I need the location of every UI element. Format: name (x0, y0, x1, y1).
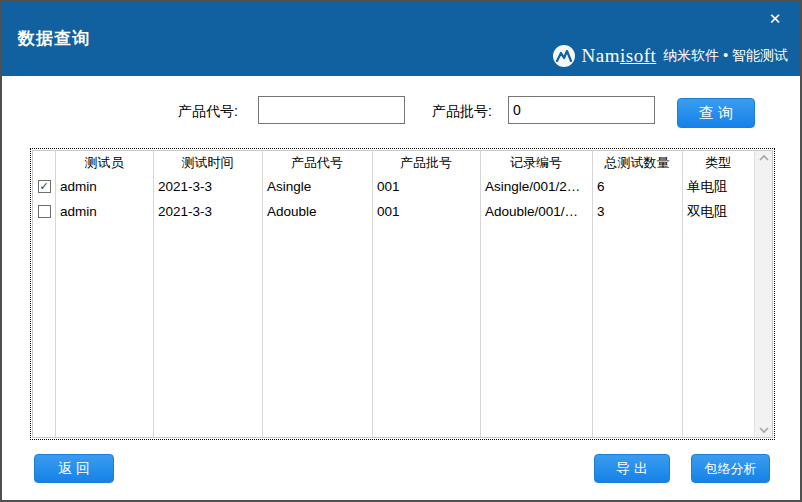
table-cell: Adouble (262, 204, 372, 219)
table-cell: admin (55, 179, 153, 194)
export-button[interactable]: 导 出 (594, 454, 670, 483)
table-cell: admin (55, 204, 153, 219)
product-batch-label: 产品批号: (432, 103, 492, 121)
scroll-up-icon[interactable] (759, 154, 769, 162)
product-code-input[interactable] (258, 96, 405, 124)
brand-tagline: 纳米软件 • 智能测试 (663, 47, 788, 65)
table-cell: 双电阻 (682, 203, 754, 221)
scroll-down-icon[interactable] (759, 426, 769, 434)
table-cell: 001 (372, 179, 480, 194)
row-checkbox-checked[interactable]: ✓ (38, 180, 51, 193)
column-header[interactable]: 产品批号 (372, 154, 480, 172)
window-title: 数据查询 (18, 27, 90, 50)
table-cell: 3 (592, 204, 682, 219)
results-table: 测试员测试时间产品代号产品批号记录编号总测试数量类型✓admin2021-3-3… (30, 148, 775, 440)
column-header[interactable]: 产品代号 (262, 154, 372, 172)
table-cell: 6 (592, 179, 682, 194)
table-row[interactable]: ✓admin2021-3-3Asingle001Asingle/001/2…6单… (33, 174, 754, 199)
product-batch-input[interactable] (508, 96, 655, 124)
table-cell: Adouble/001/… (480, 204, 592, 219)
table-cell: 单电阻 (682, 178, 754, 196)
table-header-row: 测试员测试时间产品代号产品批号记录编号总测试数量类型 (33, 151, 754, 174)
data-query-window: 数据查询 ✕ Namisoft 纳米软件 • 智能测试 产品代号: 产品批号: … (0, 0, 802, 502)
product-code-label: 产品代号: (178, 103, 238, 121)
namisoft-logo-icon (553, 45, 575, 67)
column-header[interactable]: 类型 (682, 154, 754, 172)
column-header[interactable]: 测试员 (55, 154, 153, 172)
table-row[interactable]: admin2021-3-3Adouble001Adouble/001/…3双电阻 (33, 199, 754, 224)
column-header[interactable]: 记录编号 (480, 154, 592, 172)
titlebar: 数据查询 ✕ Namisoft 纳米软件 • 智能测试 (2, 2, 800, 76)
table-scrollbar[interactable] (754, 151, 772, 437)
table-cell: Asingle (262, 179, 372, 194)
row-checkbox-unchecked[interactable] (38, 205, 51, 218)
close-icon[interactable]: ✕ (764, 8, 786, 30)
envelope-analysis-button[interactable]: 包络分析 (691, 454, 770, 483)
brand-name: Namisoft (582, 45, 657, 67)
table-cell: 2021-3-3 (153, 179, 262, 194)
column-header[interactable]: 总测试数量 (592, 154, 682, 172)
table-cell: 2021-3-3 (153, 204, 262, 219)
brand-area: Namisoft 纳米软件 • 智能测试 (553, 45, 788, 67)
results-grid: 测试员测试时间产品代号产品批号记录编号总测试数量类型✓admin2021-3-3… (33, 151, 754, 437)
table-cell: Asingle/001/2… (480, 179, 592, 194)
column-header[interactable]: 测试时间 (153, 154, 262, 172)
back-button[interactable]: 返 回 (34, 454, 114, 483)
table-cell: 001 (372, 204, 480, 219)
query-button[interactable]: 查 询 (677, 98, 755, 128)
